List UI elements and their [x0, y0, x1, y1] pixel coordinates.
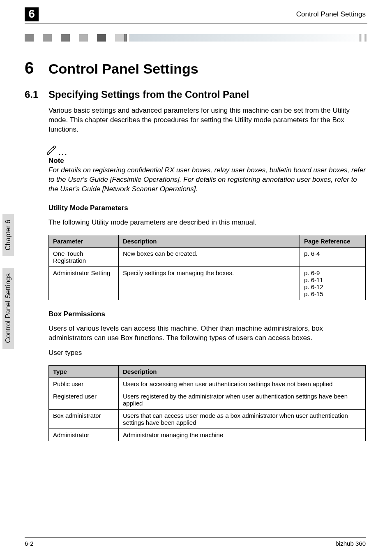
pencil-icon [45, 144, 57, 155]
box-intro: Users of various levels can access this … [48, 324, 366, 343]
chapter-badge: 6 [25, 7, 39, 21]
running-head: 6 Control Panel Settings [0, 0, 392, 21]
section-title-row: 6.1 Specifying Settings from the Control… [48, 89, 366, 100]
th-type: Type [49, 366, 119, 378]
chapter-title-text: Control Panel Settings [48, 61, 198, 77]
note-block: ... Note For details on registering conf… [48, 144, 366, 194]
table-header-row: Parameter Description Page Reference [49, 235, 366, 247]
table-row: Public user Users for accessing when use… [49, 378, 366, 390]
cell-type: Box administrator [49, 410, 119, 429]
user-types-label: User types [48, 348, 366, 358]
doc-page: 6 Control Panel Settings 6 Control Panel… [0, 0, 392, 556]
running-title: Control Panel Settings [296, 10, 366, 19]
table-row: One-Touch Registration New boxes can be … [49, 247, 366, 266]
side-tab-chapter: Chapter 6 [2, 214, 14, 256]
table-header-row: Type Description [49, 366, 366, 378]
section-title-number: 6.1 [25, 89, 48, 100]
cell-description: Users that can access User mode as a box… [119, 410, 366, 429]
th-description: Description [119, 235, 300, 247]
product-name: bizhub 360 [336, 540, 366, 547]
header-rule [25, 23, 367, 23]
note-dots-icon: ... [58, 150, 68, 155]
decor-blocks [25, 34, 127, 42]
intro-paragraph: Various basic settings and advanced para… [48, 106, 366, 134]
note-icon-row: ... [45, 144, 366, 155]
footer: 6-2 bizhub 360 [25, 537, 366, 547]
cell-type: Administrator [49, 429, 119, 441]
cell-description: Users registered by the administrator wh… [119, 390, 366, 410]
cell-page-reference: p. 6-4 [300, 247, 366, 266]
decor-bar [0, 33, 367, 42]
box-heading: Box Permissions [48, 310, 366, 318]
th-description: Description [119, 366, 366, 378]
table-row: Administrator Setting Specify settings f… [49, 266, 366, 300]
cell-parameter: One-Touch Registration [49, 247, 119, 266]
side-tab: Control Panel Settings Chapter 6 [2, 214, 14, 349]
chapter-title-number: 6 [25, 59, 48, 77]
th-parameter: Parameter [49, 235, 119, 247]
decor-gradient [130, 34, 367, 42]
table-row: Box administrator Users that can access … [49, 410, 366, 429]
cell-page-reference: p. 6-9 p. 6-11 p. 6-12 p. 6-15 [300, 266, 366, 300]
note-body: For details on registering confidential … [48, 166, 366, 194]
th-page-reference: Page Reference [300, 235, 366, 247]
note-label: Note [48, 157, 366, 165]
table-row: Registered user Users registered by the … [49, 390, 366, 410]
body: 6 Control Panel Settings 6.1 Specifying … [0, 42, 392, 441]
cell-description: Administrator managing the machine [119, 429, 366, 441]
utility-heading: Utility Mode Parameters [48, 204, 366, 212]
table-row: Administrator Administrator managing the… [49, 429, 366, 441]
cell-description: Users for accessing when user authentica… [119, 378, 366, 390]
cell-description: Specify settings for managing the boxes. [119, 266, 300, 300]
box-permissions-table: Type Description Public user Users for a… [48, 365, 366, 441]
cell-type: Registered user [49, 390, 119, 410]
side-tab-title: Control Panel Settings [2, 268, 14, 349]
section-title-text: Specifying Settings from the Control Pan… [48, 89, 249, 100]
utility-intro: The following Utility mode parameters ar… [48, 218, 366, 227]
cell-type: Public user [49, 378, 119, 390]
page-number: 6-2 [25, 540, 34, 547]
chapter-title-row: 6 Control Panel Settings [48, 59, 366, 77]
cell-description: New boxes can be created. [119, 247, 300, 266]
cell-parameter: Administrator Setting [49, 266, 119, 300]
utility-table: Parameter Description Page Reference One… [48, 235, 366, 300]
svg-line-0 [48, 152, 50, 153]
